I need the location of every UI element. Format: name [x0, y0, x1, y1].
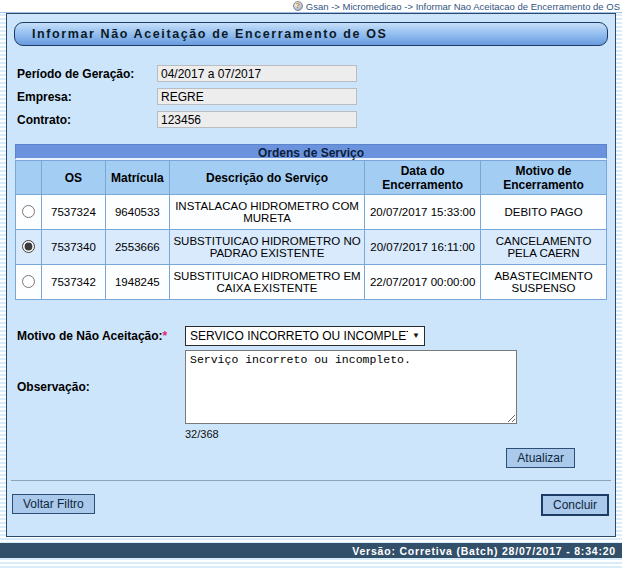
- motivo-encerramento-cell: DEBITO PAGO: [481, 195, 607, 230]
- motivo-nao-aceitacao-select[interactable]: SERVICO INCORRETO OU INCOMPLETO: [185, 326, 425, 346]
- matricula-cell: 9640533: [105, 195, 169, 230]
- row-radio-cell: [16, 230, 42, 265]
- row-radio-cell: [16, 195, 42, 230]
- required-mark: *: [163, 329, 168, 343]
- header-radio: [16, 161, 42, 195]
- contrato-row: Contrato:: [7, 108, 615, 131]
- generation-info-form: Período de Geração: Empresa: Contrato:: [7, 62, 615, 131]
- breadcrumb-text[interactable]: Gsan -> Micromedicao -> Informar Nao Ace…: [306, 1, 620, 12]
- data-encerramento-cell: 22/07/2017 00:00:00: [365, 265, 481, 300]
- help-icon[interactable]: ?: [293, 1, 303, 11]
- voltar-filtro-button[interactable]: Voltar Filtro: [12, 494, 95, 514]
- os-cell: 7537342: [41, 265, 105, 300]
- os-radio-7537324[interactable]: [22, 205, 35, 218]
- os-table-header-row: OS Matrícula Descrição do Serviço Data d…: [16, 161, 607, 195]
- main-panel: Informar Não Aceitação de Encerramento d…: [6, 13, 616, 537]
- char-counter: 32/368: [185, 428, 615, 440]
- periodo-geracao-row: Período de Geração:: [7, 62, 615, 85]
- bottom-button-row: Voltar Filtro Concluir: [7, 494, 615, 516]
- divider: [11, 480, 611, 481]
- header-data-encerramento: Data do Encerramento: [365, 161, 481, 195]
- motivo-encerramento-cell: ABASTECIMENTO SUSPENSO: [481, 265, 607, 300]
- empresa-row: Empresa:: [7, 85, 615, 108]
- matricula-cell: 2553666: [105, 230, 169, 265]
- periodo-geracao-field[interactable]: [157, 65, 357, 82]
- motivo-nao-aceitacao-row: Motivo de Não Aceitação:* SERVICO INCORR…: [7, 326, 615, 346]
- periodo-geracao-label: Período de Geração:: [17, 67, 157, 81]
- concluir-button[interactable]: Concluir: [541, 494, 609, 516]
- observacao-row: Observação: Serviço incorreto ou incompl…: [7, 350, 615, 424]
- header-matricula: Matrícula: [105, 161, 169, 195]
- data-encerramento-cell: 20/07/2017 16:11:00: [365, 230, 481, 265]
- motivo-select-wrap: SERVICO INCORRETO OU INCOMPLETO ▼: [185, 326, 425, 346]
- table-row: 7537342 1948245 SUBSTITUICAO HIDROMETRO …: [16, 265, 607, 300]
- os-cell: 7537340: [41, 230, 105, 265]
- version-text: Versão: Corretiva (Batch) 28/07/2017 - 8…: [352, 545, 616, 557]
- observacao-label: Observação:: [17, 380, 185, 394]
- motivo-label-text: Motivo de Não Aceitação:: [17, 329, 163, 343]
- descricao-cell: INSTALACAO HIDROMETRO COM MURETA: [169, 195, 364, 230]
- descricao-cell: SUBSTITUICAO HIDROMETRO EM CAIXA EXISTEN…: [169, 265, 364, 300]
- os-table-title: Ordens de Serviço: [15, 144, 607, 160]
- header-motivo-encerramento: Motivo de Encerramento: [481, 161, 607, 195]
- descricao-cell: SUBSTITUICAO HIDROMETRO NO PADRAO EXISTE…: [169, 230, 364, 265]
- atualizar-button[interactable]: Atualizar: [506, 448, 575, 468]
- os-table: OS Matrícula Descrição do Serviço Data d…: [15, 160, 607, 300]
- os-cell: 7537324: [41, 195, 105, 230]
- empresa-field[interactable]: [157, 88, 357, 105]
- os-radio-7537340[interactable]: [22, 240, 35, 253]
- contrato-field[interactable]: [157, 111, 357, 128]
- observacao-textarea[interactable]: Serviço incorreto ou incompleto.: [185, 350, 517, 424]
- breadcrumb: ? Gsan -> Micromedicao -> Informar Nao A…: [0, 0, 622, 13]
- header-os: OS: [41, 161, 105, 195]
- row-radio-cell: [16, 265, 42, 300]
- os-radio-7537342[interactable]: [22, 275, 35, 288]
- atualizar-row: Atualizar: [7, 448, 615, 468]
- header-descricao: Descrição do Serviço: [169, 161, 364, 195]
- matricula-cell: 1948245: [105, 265, 169, 300]
- table-row: 7537324 9640533 INSTALACAO HIDROMETRO CO…: [16, 195, 607, 230]
- motivo-nao-aceitacao-label: Motivo de Não Aceitação:*: [17, 329, 185, 343]
- empresa-label: Empresa:: [17, 90, 157, 104]
- data-encerramento-cell: 20/07/2017 15:33:00: [365, 195, 481, 230]
- table-row: 7537340 2553666 SUBSTITUICAO HIDROMETRO …: [16, 230, 607, 265]
- contrato-label: Contrato:: [17, 113, 157, 127]
- motivo-encerramento-cell: CANCELAMENTO PELA CAERN: [481, 230, 607, 265]
- page-title: Informar Não Aceitação de Encerramento d…: [14, 22, 608, 46]
- version-footer: Versão: Corretiva (Batch) 28/07/2017 - 8…: [0, 543, 622, 558]
